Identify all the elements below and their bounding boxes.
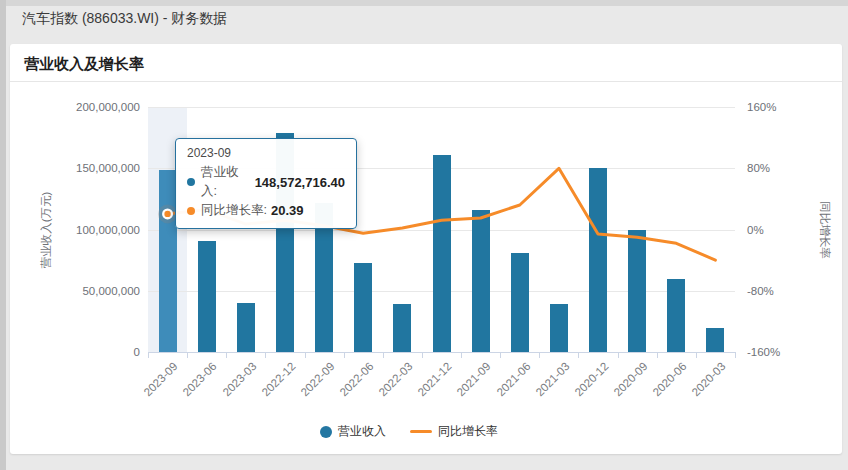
legend-item-growth[interactable]: 同比增长率 bbox=[410, 423, 498, 440]
x-axis-label-text: 2020-09 bbox=[611, 360, 649, 398]
revenue-bar[interactable] bbox=[159, 170, 177, 352]
x-axis-label-text: 2023-03 bbox=[220, 360, 258, 398]
x-axis-tick bbox=[226, 352, 227, 358]
x-axis-label-text: 2022-12 bbox=[259, 360, 297, 398]
legend-label: 同比增长率 bbox=[438, 423, 498, 440]
revenue-series-dot-icon bbox=[187, 178, 195, 186]
chart-legend: 营业收入 同比增长率 bbox=[320, 423, 498, 440]
x-axis-tick bbox=[305, 352, 306, 358]
x-axis-tick bbox=[578, 352, 579, 358]
revenue-bar[interactable] bbox=[472, 210, 490, 352]
x-axis-tick bbox=[187, 352, 188, 358]
tooltip-label: 同比增长率: bbox=[201, 201, 267, 220]
x-axis-label-text: 2023-06 bbox=[181, 360, 219, 398]
tooltip-value: 20.39 bbox=[271, 201, 304, 220]
tooltip-title: 2023-09 bbox=[187, 146, 345, 160]
x-axis-label-text: 2020-03 bbox=[690, 360, 728, 398]
x-axis-label-text: 2023-09 bbox=[142, 360, 180, 398]
x-axis-tick bbox=[618, 352, 619, 358]
app-window: 汽车指数 (886033.WI) - 财务数据 营业收入及增长率 200,000… bbox=[0, 0, 848, 470]
x-axis-tick bbox=[657, 352, 658, 358]
x-axis-line bbox=[148, 352, 735, 353]
revenue-bar[interactable] bbox=[393, 304, 411, 352]
x-axis-label-text: 2021-09 bbox=[455, 360, 493, 398]
revenue-bar[interactable] bbox=[511, 253, 529, 352]
chart-canvas[interactable]: 200,000,000160%150,000,00080%100,000,000… bbox=[0, 0, 848, 470]
x-axis-label-text: 2020-06 bbox=[650, 360, 688, 398]
legend-line-icon bbox=[410, 430, 432, 434]
revenue-bar[interactable] bbox=[628, 230, 646, 353]
tooltip-label: 营业收入: bbox=[201, 163, 251, 201]
revenue-bar[interactable] bbox=[354, 263, 372, 352]
tooltip-row-revenue: 营业收入: 148,572,716.40 bbox=[187, 163, 345, 201]
y-axis-label-right: 0% bbox=[747, 224, 764, 237]
y-axis-label-right: -80% bbox=[747, 285, 774, 298]
legend-label: 营业收入 bbox=[338, 423, 386, 440]
revenue-bar[interactable] bbox=[237, 303, 255, 352]
legend-item-revenue[interactable]: 营业收入 bbox=[320, 423, 386, 440]
revenue-bar[interactable] bbox=[198, 241, 216, 352]
legend-circle-icon bbox=[320, 426, 332, 438]
x-axis-tick bbox=[422, 352, 423, 358]
x-axis-tick bbox=[148, 352, 149, 358]
x-axis-tick bbox=[735, 352, 736, 358]
tooltip-row-growth: 同比增长率: 20.39 bbox=[187, 201, 345, 220]
revenue-bar[interactable] bbox=[433, 155, 451, 352]
x-axis-label-text: 2022-06 bbox=[337, 360, 375, 398]
x-axis-tick bbox=[696, 352, 697, 358]
y-axis-label-left: 50,000,000 bbox=[0, 285, 140, 298]
x-axis-tick bbox=[344, 352, 345, 358]
y-axis-label-right: -160% bbox=[747, 346, 780, 359]
x-axis-label-text: 2022-03 bbox=[377, 360, 415, 398]
revenue-bar[interactable] bbox=[550, 304, 568, 352]
x-axis-tick bbox=[383, 352, 384, 358]
x-axis-label-text: 2021-03 bbox=[533, 360, 571, 398]
revenue-bar[interactable] bbox=[667, 279, 685, 353]
y-axis-label-left: 200,000,000 bbox=[0, 101, 140, 114]
y-axis-label-right: 160% bbox=[747, 101, 776, 114]
x-axis-label-text: 2021-06 bbox=[494, 360, 532, 398]
x-axis-label-text: 2020-12 bbox=[572, 360, 610, 398]
y-axis-label-left: 150,000,000 bbox=[0, 162, 140, 175]
x-axis-tick bbox=[461, 352, 462, 358]
x-axis-label-text: 2022-09 bbox=[298, 360, 336, 398]
y-axis-label-right: 80% bbox=[747, 162, 770, 175]
growth-series-dot-icon bbox=[187, 207, 195, 215]
tooltip-value: 148,572,716.40 bbox=[255, 173, 345, 192]
x-axis-tick bbox=[500, 352, 501, 358]
x-axis-tick bbox=[265, 352, 266, 358]
chart-tooltip: 2023-09 营业收入: 148,572,716.40 同比增长率: 20.3… bbox=[175, 138, 357, 229]
y-axis-label-left: 0 bbox=[0, 346, 140, 359]
revenue-bar[interactable] bbox=[589, 168, 607, 352]
x-axis-tick bbox=[539, 352, 540, 358]
x-axis-label-text: 2021-12 bbox=[416, 360, 454, 398]
revenue-bar[interactable] bbox=[706, 328, 724, 353]
grid-line bbox=[148, 107, 735, 108]
y-axis-label-left: 100,000,000 bbox=[0, 224, 140, 237]
